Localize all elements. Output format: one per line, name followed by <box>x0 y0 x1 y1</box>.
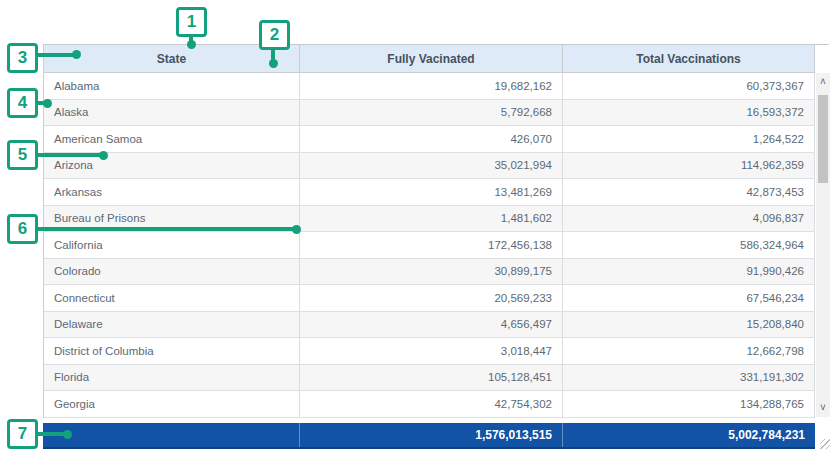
cell-total-vaccinations[interactable]: 586,324,964 <box>563 232 815 258</box>
cell-fully-vacinated[interactable]: 3,018,447 <box>300 338 563 364</box>
cell-state[interactable]: Delaware <box>44 312 300 338</box>
cell-total-vaccinations[interactable]: 16,593,372 <box>563 100 815 126</box>
callout-6-stem <box>36 227 294 231</box>
callout-5-stem <box>36 153 102 157</box>
cell-total-vaccinations[interactable]: 67,546,234 <box>563 285 815 311</box>
table-row[interactable]: Arkansas 13,481,269 42,873,453 <box>44 179 815 206</box>
callout-3-label: 3 <box>18 48 27 68</box>
cell-state[interactable]: Georgia <box>44 391 300 417</box>
table-row[interactable]: Connecticut 20,569,233 67,546,234 <box>44 285 815 312</box>
callout-2-dot <box>269 59 278 68</box>
scroll-up-icon[interactable]: ˄ <box>816 75 830 89</box>
callout-5-box: 5 <box>7 140 38 170</box>
cell-state[interactable]: Colorado <box>44 259 300 285</box>
cell-state[interactable]: Arkansas <box>44 179 300 205</box>
cell-total-vaccinations[interactable]: 331,191,302 <box>563 365 815 391</box>
callout-2-label: 2 <box>270 25 279 45</box>
cell-state[interactable]: Florida <box>44 365 300 391</box>
cell-state[interactable]: District of Columbia <box>44 338 300 364</box>
callout-7-dot <box>63 430 72 439</box>
callout-3-stem <box>36 53 76 57</box>
callout-4-box: 4 <box>7 88 38 118</box>
table-row[interactable]: District of Columbia 3,018,447 12,662,79… <box>44 338 815 365</box>
cell-state[interactable]: Alabama <box>44 73 300 99</box>
cell-state[interactable]: California <box>44 232 300 258</box>
cell-total-vaccinations[interactable]: 91,990,426 <box>563 259 815 285</box>
cell-fully-vacinated[interactable]: 35,021,994 <box>300 153 563 179</box>
cell-total-vaccinations[interactable]: 1,264,522 <box>563 126 815 152</box>
table-row[interactable]: Colorado 30,899,175 91,990,426 <box>44 259 815 286</box>
cell-fully-vacinated[interactable]: 4,656,497 <box>300 312 563 338</box>
callout-1-label: 1 <box>187 12 196 32</box>
table-row[interactable]: Delaware 4,656,497 15,208,840 <box>44 312 815 339</box>
callout-1-box: 1 <box>176 7 207 37</box>
vertical-scrollbar[interactable]: ˄ ˅ <box>816 73 830 417</box>
cell-fully-vacinated[interactable]: 19,682,162 <box>300 73 563 99</box>
column-header-total-vaccinations[interactable]: Total Vaccinations <box>563 45 815 72</box>
table-row[interactable]: American Samoa 426,070 1,264,522 <box>44 126 815 153</box>
callout-4-dot <box>43 99 52 108</box>
cell-total-vaccinations[interactable]: 15,208,840 <box>563 312 815 338</box>
callout-5-label: 5 <box>18 145 27 165</box>
scrollbar-thumb[interactable] <box>818 95 828 183</box>
callout-1-dot <box>187 40 196 49</box>
callout-6-label: 6 <box>18 219 27 239</box>
cell-total-vaccinations[interactable]: 42,873,453 <box>563 179 815 205</box>
cell-fully-vacinated[interactable]: 13,481,269 <box>300 179 563 205</box>
cell-fully-vacinated[interactable]: 20,569,233 <box>300 285 563 311</box>
totals-cell-total-vaccinations: 5,002,784,231 <box>563 423 815 447</box>
callout-7-box: 7 <box>7 419 38 449</box>
callout-7-stem <box>36 432 66 436</box>
table-header-row: State Fully Vacinated Total Vaccinations <box>44 45 815 73</box>
callout-3-box: 3 <box>7 43 38 73</box>
callout-5-dot <box>99 151 108 160</box>
table-row[interactable]: California 172,456,138 586,324,964 <box>44 232 815 259</box>
cell-total-vaccinations[interactable]: 12,662,798 <box>563 338 815 364</box>
cell-total-vaccinations[interactable]: 134,288,765 <box>563 391 815 417</box>
scroll-down-icon[interactable]: ˅ <box>816 401 830 415</box>
annotated-table-screenshot: State Fully Vacinated Total Vaccinations… <box>0 0 833 453</box>
callout-6-dot <box>292 225 301 234</box>
cell-fully-vacinated[interactable]: 1,481,602 <box>300 206 563 232</box>
resize-grip-icon <box>820 439 830 449</box>
cell-fully-vacinated[interactable]: 172,456,138 <box>300 232 563 258</box>
column-header-fully-vacinated[interactable]: Fully Vacinated <box>300 45 563 72</box>
callout-7-label: 7 <box>18 424 27 444</box>
table-top-border <box>43 44 829 45</box>
callout-6-box: 6 <box>7 214 38 244</box>
cell-state[interactable]: Alaska <box>44 100 300 126</box>
cell-state[interactable]: Connecticut <box>44 285 300 311</box>
table-row[interactable]: Florida 105,128,451 331,191,302 <box>44 365 815 392</box>
cell-fully-vacinated[interactable]: 426,070 <box>300 126 563 152</box>
cell-fully-vacinated[interactable]: 42,754,302 <box>300 391 563 417</box>
cell-fully-vacinated[interactable]: 105,128,451 <box>300 365 563 391</box>
cell-total-vaccinations[interactable]: 60,373,367 <box>563 73 815 99</box>
cell-fully-vacinated[interactable]: 5,792,668 <box>300 100 563 126</box>
totals-row: 1,576,013,515 5,002,784,231 <box>43 423 815 449</box>
table-row[interactable]: Georgia 42,754,302 134,288,765 <box>44 391 815 418</box>
table-body: Alabama 19,682,162 60,373,367 Alaska 5,7… <box>44 73 815 418</box>
cell-total-vaccinations[interactable]: 4,096,837 <box>563 206 815 232</box>
table-row[interactable]: Alabama 19,682,162 60,373,367 <box>44 73 815 100</box>
totals-cell-state <box>43 423 300 447</box>
cell-total-vaccinations[interactable]: 114,962,359 <box>563 153 815 179</box>
table-row[interactable]: Arizona 35,021,994 114,962,359 <box>44 153 815 180</box>
callout-3-dot <box>72 50 81 59</box>
cell-state[interactable]: American Samoa <box>44 126 300 152</box>
cell-fully-vacinated[interactable]: 30,899,175 <box>300 259 563 285</box>
callout-4-label: 4 <box>18 93 27 113</box>
totals-cell-fully-vacinated: 1,576,013,515 <box>300 423 563 447</box>
callout-2-box: 2 <box>259 20 290 50</box>
table-row[interactable]: Alaska 5,792,668 16,593,372 <box>44 100 815 127</box>
